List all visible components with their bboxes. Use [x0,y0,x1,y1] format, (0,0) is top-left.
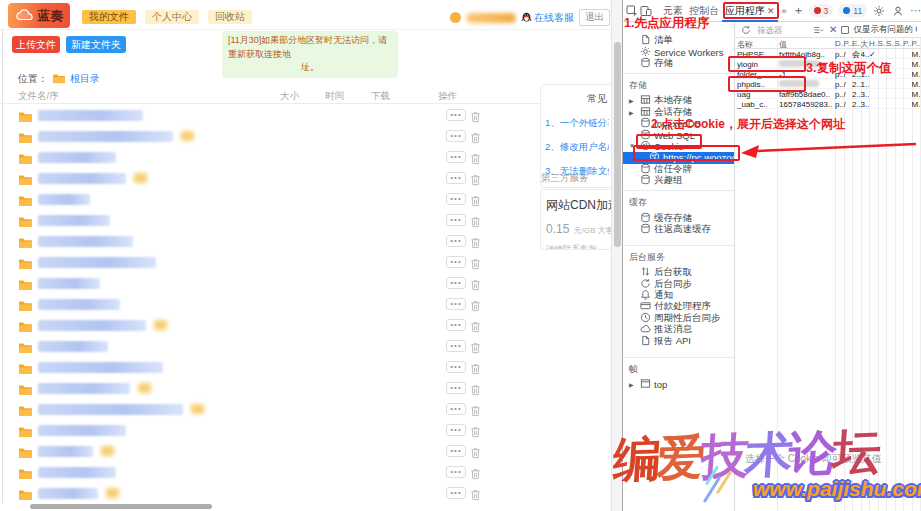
trash-icon[interactable] [470,382,481,400]
nav-tab-1[interactable]: 我的文件 [82,10,136,24]
trash-icon[interactable] [470,340,481,358]
cookie-row[interactable]: phpdis..p../2..1..M. [735,79,921,89]
trash-icon[interactable] [470,151,481,169]
trash-icon[interactable] [470,403,481,421]
row-more-button[interactable]: ••• [446,235,466,247]
row-more-button[interactable]: ••• [446,151,466,163]
trash-icon[interactable] [470,319,481,337]
file-row[interactable]: ••• [0,168,611,189]
row-more-button[interactable]: ••• [446,109,466,121]
row-more-button[interactable]: ••• [446,319,466,331]
file-row[interactable]: ••• [0,462,611,483]
row-more-button[interactable]: ••• [446,487,466,499]
root-dir-link[interactable]: 根目录 [70,72,100,86]
trash-icon[interactable] [470,298,481,316]
online-service-link[interactable]: 在线客服 [521,10,574,25]
profile-icon[interactable] [891,4,905,18]
file-row[interactable]: ••• [0,420,611,441]
row-more-button[interactable]: ••• [446,382,466,394]
row-more-button[interactable]: ••• [446,172,466,184]
file-row[interactable]: ••• [0,231,611,252]
row-more-button[interactable]: ••• [446,130,466,142]
more-tabs-icon[interactable]: » [780,6,789,16]
issue-badge[interactable]: 11 [838,4,867,17]
file-row[interactable]: ••• [0,294,611,315]
add-tab-icon[interactable]: ＋ [791,2,807,19]
trash-icon[interactable] [470,445,481,463]
row-more-button[interactable]: ••• [446,403,466,415]
scrollbar-thumb[interactable] [614,42,621,247]
cookie-row[interactable]: PHPSE..fxfttb4ojb8g..p../会4..✓M. [735,49,921,59]
filter-list-icon[interactable] [811,23,825,37]
file-row[interactable]: ••• [0,315,611,336]
close-tab-icon[interactable]: ✕ [767,0,775,22]
cdn-contact-link[interactable]: 详情联系客服 [546,244,608,250]
trash-icon[interactable] [470,466,481,484]
file-row[interactable]: ••• [0,189,611,210]
trash-icon[interactable] [470,214,481,232]
tree-item[interactable]: ▶top [623,379,734,390]
disclosure-icon[interactable]: ▶ [629,109,634,116]
tree-item[interactable]: 兴趣组 [623,175,734,186]
trash-icon[interactable] [470,235,481,253]
trash-icon[interactable] [470,277,481,295]
nav-tab-2[interactable]: 个人中心 [145,10,199,24]
file-row[interactable]: ••• [0,252,611,273]
file-row[interactable]: ••• [0,441,611,462]
trash-icon[interactable] [470,487,481,505]
settings-gear-icon[interactable] [872,4,886,18]
file-row[interactable]: ••• [0,126,611,147]
logout-button[interactable]: 退出 [579,9,610,26]
tree-item[interactable]: ▼Cookie [623,141,734,152]
page-vertical-scrollbar[interactable] [611,0,622,511]
disclosure-icon[interactable]: ▶ [629,97,634,104]
cookie-row[interactable]: _uab_c..16578459283..p../2..3..M. [735,99,921,109]
row-more-button[interactable]: ••• [446,424,466,436]
cookie-row[interactable]: uagfaff9b58dae0..p../2..3..M. [735,89,921,99]
row-more-button[interactable]: ••• [446,214,466,226]
nav-tab-3[interactable]: 回收站 [208,10,252,24]
file-row[interactable]: ••• [0,378,611,399]
faq-link-1[interactable]: 1、一个外链分享多个文 [545,117,609,130]
file-row[interactable]: ••• [0,210,611,231]
row-more-button[interactable]: ••• [446,340,466,352]
row-more-button[interactable]: ••• [446,193,466,205]
trash-icon[interactable] [470,256,481,274]
cookie-filter-input[interactable] [757,25,807,35]
devtools-tab-application[interactable]: 应用程序✕ [722,0,778,22]
row-more-button[interactable]: ••• [446,277,466,289]
issues-only-checkbox[interactable] [841,26,849,34]
disclosure-icon[interactable]: ▼ [629,143,635,149]
file-row[interactable]: ••• [0,147,611,168]
app-logo[interactable]: 蓝奏 [8,3,70,28]
clear-icon[interactable]: ✕ [829,24,837,35]
row-more-button[interactable]: ••• [446,298,466,310]
file-row[interactable]: ••• [0,483,611,504]
trash-icon[interactable] [470,109,481,127]
trash-icon[interactable] [470,424,481,442]
file-row[interactable]: ••• [0,336,611,357]
col-filename[interactable]: 文件名/序 [18,90,59,103]
row-more-button[interactable]: ••• [446,256,466,268]
trash-icon[interactable] [470,172,481,190]
more-options-icon[interactable]: ⋯ [910,4,921,17]
page-horizontal-scrollbar[interactable] [30,504,212,509]
file-row[interactable]: ••• [0,399,611,420]
trash-icon[interactable] [470,130,481,148]
row-more-button[interactable]: ••• [446,466,466,478]
tree-item[interactable]: 报告 API [623,335,734,346]
row-more-button[interactable]: ••• [446,445,466,457]
new-folder-button[interactable]: 新建文件夹 [66,36,126,53]
trash-icon[interactable] [470,193,481,211]
disclosure-icon[interactable]: ▶ [629,381,634,388]
error-badge[interactable]: 3 [809,4,834,17]
file-row[interactable]: ••• [0,273,611,294]
tree-item[interactable]: 存储 [623,58,734,69]
trash-icon[interactable] [470,361,481,379]
file-row[interactable]: ••• [0,105,611,126]
refresh-icon[interactable] [739,23,753,37]
tree-item[interactable]: 往返高速缓存 [623,224,734,235]
faq-link-2[interactable]: 2、修改用户名/昵称 [545,141,609,154]
upload-button[interactable]: 上传文件 [12,36,60,53]
file-row[interactable]: ••• [0,357,611,378]
